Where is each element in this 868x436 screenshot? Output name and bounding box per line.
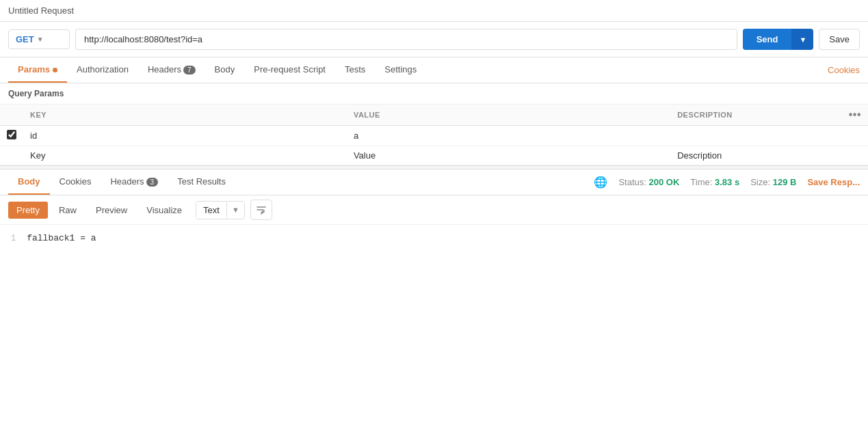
placeholder-value-cell[interactable]: Value [347,146,670,165]
code-line-1: 1 fallback1 = a [11,233,857,243]
response-meta: 🌐 Status: 200 OK Time: 3.83 s Size: 129 … [594,176,860,189]
more-icon[interactable]: ••• [849,109,861,120]
col-check-header [0,105,23,126]
format-type-select[interactable]: Text ▼ [196,201,245,219]
page-title: Untitled Request [8,5,860,16]
size-label: Size: 129 B [750,177,796,187]
request-row: GET ▼ Send ▼ Save [0,22,868,57]
tab-tests[interactable]: Tests [335,57,375,83]
send-btn-group: Send ▼ [743,29,814,50]
response-body: 1 fallback1 = a [0,225,868,251]
tab-headers[interactable]: Headers7 [138,57,205,83]
placeholder-actions-cell [842,146,868,165]
bottom-tabs-row: Body Cookies Headers3 Test Results 🌐 Sta… [0,169,868,195]
row-checkbox[interactable] [7,130,16,139]
format-visualize-button[interactable]: Visualize [138,202,190,219]
save-response-button[interactable]: Save Resp... [807,177,860,187]
top-tabs-row: Params Authorization Headers7 Body Pre-r… [0,57,868,83]
code-content-1: fallback1 = a [27,233,96,243]
table-row: id a [0,126,868,146]
params-table: KEY VALUE DESCRIPTION ••• id a Key Value… [0,105,868,165]
tab-authorization[interactable]: Authorization [67,57,138,83]
wrap-icon [256,204,267,215]
time-label: Time: 3.83 s [690,177,739,187]
query-params-section-label: Query Params [0,83,868,105]
wrap-button[interactable] [250,200,272,220]
row-key-cell[interactable]: id [23,126,347,146]
col-value-header: VALUE [347,105,670,126]
url-input[interactable] [75,29,737,50]
bottom-tab-body[interactable]: Body [8,169,50,195]
tab-pre-request-script[interactable]: Pre-request Script [244,57,335,83]
tab-params[interactable]: Params [8,57,67,83]
row-desc-cell[interactable] [670,126,842,146]
bottom-tab-cookies[interactable]: Cookies [50,169,101,195]
row-checkbox-cell [0,126,23,146]
col-key-header: KEY [23,105,347,126]
format-type-label: Text [196,202,226,219]
table-placeholder-row: Key Value Description [0,146,868,165]
method-select[interactable]: GET ▼ [8,29,70,49]
format-bar: Pretty Raw Preview Visualize Text ▼ [0,195,868,225]
method-label: GET [16,34,34,44]
globe-icon[interactable]: 🌐 [594,176,607,189]
params-dot [53,68,57,72]
format-type-chevron-icon[interactable]: ▼ [226,202,244,217]
format-raw-button[interactable]: Raw [51,202,85,219]
placeholder-key-cell[interactable]: Key [23,146,347,165]
format-preview-button[interactable]: Preview [88,202,135,219]
status-label: Status: 200 OK [618,177,679,187]
line-number-1: 1 [11,234,16,243]
placeholder-check-cell [0,146,23,165]
col-actions-header: ••• [842,105,868,126]
col-desc-header: DESCRIPTION [670,105,842,126]
row-value-cell[interactable]: a [347,126,670,146]
format-pretty-button[interactable]: Pretty [8,202,48,219]
send-button[interactable]: Send [743,29,792,50]
tab-settings[interactable]: Settings [375,57,426,83]
top-bar: Untitled Request [0,0,868,22]
bottom-tab-headers[interactable]: Headers3 [101,169,168,195]
placeholder-desc-cell[interactable]: Description [670,146,842,165]
save-button[interactable]: Save [819,29,860,50]
bottom-tab-test-results[interactable]: Test Results [168,169,235,195]
row-actions-cell [842,126,868,146]
tab-body[interactable]: Body [205,57,245,83]
send-dropdown-button[interactable]: ▼ [791,29,813,50]
cookies-link[interactable]: Cookies [828,65,860,75]
method-chevron-icon: ▼ [37,36,44,43]
